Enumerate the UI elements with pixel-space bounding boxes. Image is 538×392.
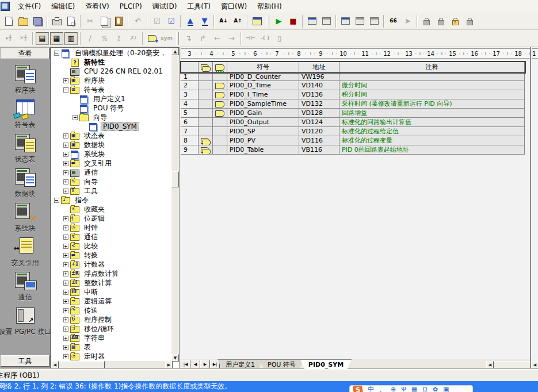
tree-item-POU 符号[interactable]: POU 符号 — [52, 103, 171, 113]
collapse-icon[interactable] — [63, 87, 68, 93]
expand-icon[interactable] — [63, 345, 68, 350]
expand-icon[interactable] — [63, 336, 68, 341]
pause-chart-status-icon[interactable] — [353, 15, 367, 28]
cut-icon[interactable]: ✂ — [83, 15, 97, 28]
symbol-cell[interactable]: PID0_Table — [227, 145, 299, 155]
expand-icon[interactable] — [63, 262, 68, 267]
program-status-icon[interactable] — [306, 15, 319, 28]
comment-cell[interactable]: 采样时间 (要修改请重新运行 PID 向导) — [339, 99, 525, 109]
row-number-cell[interactable]: 8 — [181, 136, 199, 145]
first-sheet-button[interactable]: |◀ — [181, 360, 190, 368]
menu-item-5[interactable]: 工具(T) — [182, 1, 215, 13]
copy-icon[interactable] — [98, 15, 111, 28]
tree-item-时钟[interactable]: ◷时钟 — [52, 223, 171, 232]
address-cell[interactable]: VD140 — [299, 81, 339, 90]
tree-item-程序控制[interactable]: ↻程序控制 — [52, 315, 171, 324]
symbol-cell[interactable]: PID0_Gain — [227, 109, 299, 118]
expand-icon[interactable] — [63, 354, 68, 359]
tree-item-逻辑运算[interactable]: ¬逻辑运算 — [52, 297, 171, 306]
sidebar-item-program-block[interactable]: 程序块 — [0, 61, 50, 95]
expand-icon[interactable] — [63, 152, 68, 157]
single-read-icon[interactable] — [368, 15, 381, 28]
tree-item-收藏夹[interactable]: ✳收藏夹 — [52, 205, 171, 214]
expand-icon[interactable] — [63, 299, 68, 304]
paste-icon[interactable] — [112, 15, 125, 28]
tree-item-数据块[interactable]: ▣数据块 — [52, 140, 171, 149]
network-comment2-icon[interactable]: ⁒ — [112, 32, 125, 45]
comment-cell[interactable]: PID 0的回路表起始地址 — [339, 145, 525, 155]
expand-icon[interactable] — [63, 317, 68, 322]
tree-item-移位/循环[interactable]: ⇉移位/循环 — [52, 324, 171, 333]
tree-item-新特性[interactable]: ?新特性 — [52, 57, 171, 67]
menu-item-6[interactable]: 窗口(W) — [216, 1, 251, 13]
unused-tag-cell[interactable] — [213, 136, 227, 145]
expand-icon[interactable] — [63, 161, 68, 166]
save-project-icon[interactable] — [31, 15, 44, 28]
address-cell[interactable]: VD128 — [299, 109, 339, 118]
tree-item-符号表[interactable]: ⊡符号表 — [52, 85, 171, 94]
toolbox-icon[interactable]: ✿ — [433, 386, 438, 392]
tree-item-传送[interactable]: ↷传送 — [52, 306, 171, 315]
indent-arrow-up-icon[interactable]: ↱ — [196, 32, 209, 45]
options-icon[interactable] — [250, 15, 264, 28]
symbol-cell[interactable]: PID0_D_Counter — [227, 72, 299, 81]
expand-icon[interactable] — [63, 280, 68, 286]
tree-item-字符串[interactable]: AB字符串 — [52, 333, 171, 343]
pou-comment-icon[interactable]: ∕ — [83, 32, 97, 45]
tree-item-交叉引用[interactable]: ⇄交叉引用 — [52, 159, 171, 168]
expand-icon[interactable] — [63, 78, 68, 83]
tree-horizontal-scrollbar[interactable]: ◀ ▶ — [51, 361, 173, 368]
sort-descending-icon[interactable]: A↑ — [231, 15, 245, 28]
tree-item-指令[interactable]: ↓指令 — [52, 195, 171, 205]
delete-network-icon[interactable]: ✕╫ — [17, 32, 30, 45]
expand-icon[interactable] — [63, 326, 68, 332]
ime-toolbar[interactable]: S 中。⊕Ψ▦Ω✿▣ — [349, 385, 473, 392]
box-icon[interactable]: ▯ — [273, 32, 286, 45]
sidebar-item-communications[interactable]: 通信 — [0, 268, 50, 302]
sheet-tab-用户定义1[interactable]: 用户定义1 — [218, 359, 263, 370]
row-number-cell[interactable]: 2 — [181, 81, 199, 90]
menu-item-0[interactable]: 文件(F) — [13, 1, 45, 13]
scroll-thumb[interactable] — [59, 361, 105, 368]
symbol-column-header[interactable]: 符号 — [227, 62, 299, 72]
sort-ascending-icon[interactable]: A↓ — [217, 15, 230, 28]
account-icon[interactable]: Ω — [422, 386, 427, 392]
address-column-header[interactable]: 地址 — [299, 62, 339, 72]
tree-item-向导[interactable]: ✎向导 — [52, 177, 171, 186]
print-preview-icon[interactable]: ◯ — [64, 15, 78, 28]
scroll-thumb[interactable] — [171, 171, 179, 187]
scroll-left-button[interactable]: ◀ — [51, 361, 59, 368]
punctuation-icon[interactable]: 。 — [379, 386, 386, 392]
corner-header-cell[interactable] — [181, 62, 199, 72]
view-lad-button[interactable]: ▤ — [36, 32, 49, 45]
unused-tag-cell[interactable] — [213, 145, 227, 155]
expand-icon[interactable] — [63, 143, 68, 148]
next-bookmark-icon[interactable]: ➤ — [401, 15, 414, 28]
unused-tag-cell[interactable] — [213, 118, 227, 127]
toggle-comment-icon[interactable]: ✗∕ — [127, 32, 140, 45]
new-document-icon[interactable] — [2, 15, 16, 28]
expand-icon[interactable] — [63, 189, 68, 194]
tree-item-PID0_SYM[interactable]: PID0_SYM — [52, 122, 171, 131]
sidebar-item-symbol-table[interactable]: 符号表 — [0, 95, 50, 130]
symbol-cell[interactable]: PID0_I_Time — [227, 90, 299, 99]
tree-item-计数器[interactable]: +1计数器 — [52, 260, 171, 269]
tree-item-通信[interactable]: 通信 — [52, 168, 171, 177]
split-screen-icon[interactable]: ▣ — [443, 386, 449, 392]
expand-icon[interactable] — [63, 225, 68, 230]
tree-item-整数计算[interactable]: ±I整数计算 — [52, 278, 171, 287]
upload-icon[interactable]: ▲ — [184, 15, 197, 28]
row-number-cell[interactable]: 5 — [181, 109, 199, 118]
tree-item-自编模拟量处理（0-20毫安，[interactable]: 自编模拟量处理（0-20毫安， — [52, 48, 171, 57]
unused-tag-cell[interactable] — [213, 81, 227, 90]
overlap-tag-cell[interactable] — [199, 99, 213, 109]
unused-tag-column-header[interactable] — [213, 62, 227, 72]
tree-item-用户定义1[interactable]: 用户定义1 — [52, 94, 171, 103]
row-number-cell[interactable]: 7 — [181, 127, 199, 136]
comment-cell[interactable]: 积分时间 — [339, 90, 525, 99]
tree-item-程序块[interactable]: ▣程序块 — [52, 76, 171, 85]
chinese-mode-icon[interactable]: 中 — [368, 386, 374, 392]
tree-item-定时器[interactable]: ◔定时器 — [52, 352, 171, 360]
arrow-left-icon[interactable]: ← — [211, 32, 224, 45]
address-cell[interactable]: VB116 — [299, 145, 339, 155]
